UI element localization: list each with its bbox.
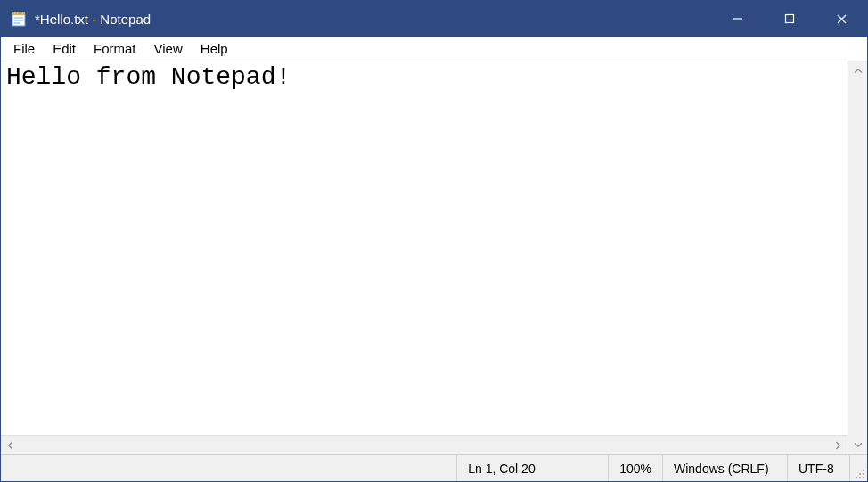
text-editor[interactable] <box>1 61 848 435</box>
svg-rect-11 <box>786 15 794 23</box>
menu-format[interactable]: Format <box>85 38 145 59</box>
notepad-window: *Hello.txt - Notepad File Edit Format Vi… <box>0 0 868 482</box>
statusbar: Ln 1, Col 20 100% Windows (CRLF) UTF-8 <box>1 454 867 481</box>
svg-point-15 <box>859 477 861 478</box>
titlebar[interactable]: *Hello.txt - Notepad <box>1 1 867 37</box>
menu-view[interactable]: View <box>145 38 192 59</box>
close-button[interactable] <box>815 1 867 37</box>
minimize-button[interactable] <box>712 1 764 37</box>
vertical-scrollbar[interactable] <box>848 61 867 454</box>
scroll-up-icon[interactable] <box>850 63 866 79</box>
window-title: *Hello.txt - Notepad <box>35 12 151 27</box>
editor-wrap <box>1 61 848 454</box>
svg-point-17 <box>856 477 857 478</box>
svg-point-16 <box>863 473 864 475</box>
menu-help[interactable]: Help <box>192 38 237 59</box>
scroll-left-icon[interactable] <box>3 437 19 453</box>
svg-point-18 <box>859 473 861 475</box>
scroll-down-icon[interactable] <box>850 437 866 453</box>
status-empty <box>1 455 456 481</box>
status-zoom: 100% <box>608 455 662 481</box>
status-position: Ln 1, Col 20 <box>456 455 608 481</box>
maximize-button[interactable] <box>764 1 815 37</box>
resize-grip-icon[interactable] <box>849 455 867 481</box>
horizontal-scrollbar[interactable] <box>1 435 848 454</box>
svg-point-14 <box>863 477 864 478</box>
editor-body <box>1 61 867 454</box>
menu-edit[interactable]: Edit <box>44 38 85 59</box>
menu-file[interactable]: File <box>4 38 44 59</box>
status-encoding: UTF-8 <box>787 455 849 481</box>
menubar: File Edit Format View Help <box>1 37 867 61</box>
svg-point-19 <box>863 470 864 471</box>
status-line-ending: Windows (CRLF) <box>662 455 787 481</box>
notepad-app-icon <box>10 10 28 28</box>
scroll-right-icon[interactable] <box>830 437 846 453</box>
